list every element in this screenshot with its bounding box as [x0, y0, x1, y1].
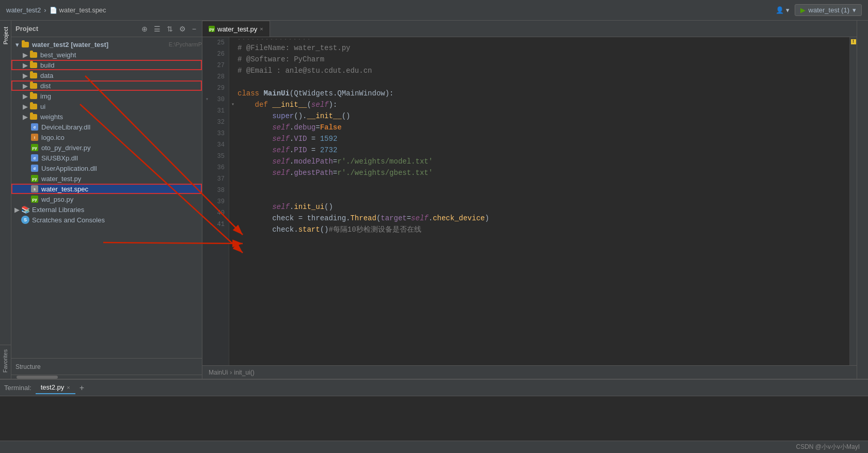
external-libs-arrow: ▶ [13, 206, 21, 214]
warning-mark: ! [851, 39, 856, 44]
tree-item-water-test-py[interactable]: py water_test.py [11, 173, 202, 184]
code-line-39: self.init_ui() [238, 201, 849, 213]
bottom-panel: Terminal: test2.py × + [0, 379, 868, 441]
img-arrow: ▶ [22, 92, 29, 100]
run-config-label: water_test (1) [809, 6, 849, 14]
editor-tab-water-test-py[interactable]: py water_test.py × [202, 21, 270, 37]
weights-label: weights [40, 113, 202, 121]
favorites-tab-label: Favorites [0, 345, 10, 377]
tree-item-weights[interactable]: ▶ weights [11, 111, 202, 122]
tree-item-logo[interactable]: i logo.ico [11, 132, 202, 142]
water-test-spec-label: water_test.spec [41, 185, 202, 193]
best-weight-arrow: ▶ [22, 51, 29, 59]
structure-tab-label: Structure [15, 363, 41, 370]
code-content[interactable]: ················ # @FileName: water_test… [229, 37, 849, 365]
favorites-tab[interactable]: Favorites [0, 345, 11, 378]
tree-item-siusbxp[interactable]: d SiUSBXp.dll [11, 153, 202, 163]
breadcrumb-sep: › [230, 369, 232, 376]
tree-item-wd-pso[interactable]: py wd_pso.py [11, 194, 202, 204]
build-folder-icon [29, 61, 38, 69]
breadcrumb-file: 📄 water_test.spec [50, 6, 106, 14]
spec-file-icon: 📄 [50, 7, 57, 14]
ui-arrow: ▶ [22, 103, 29, 110]
tree-item-oto-py-driver[interactable]: py oto_py_driver.py [11, 142, 202, 153]
siusbxp-file-icon: d [30, 154, 39, 162]
code-line-26: # @Software: PyCharm [238, 54, 849, 65]
breadcrumb-project[interactable]: water_test2 [6, 6, 41, 14]
project-vertical-tab[interactable]: Project [1, 23, 10, 48]
code-line-35: self.modelPath=r'./weights/model.txt' [238, 156, 849, 167]
devicelibrary-file-icon: d [30, 123, 39, 131]
tree-item-dist[interactable]: ▶ dist [11, 80, 202, 91]
scratches-icon: S [21, 216, 30, 224]
data-label: data [40, 72, 202, 79]
right-sidebar [857, 21, 868, 379]
tree-item-userapplication[interactable]: d UserApplication.dll [11, 163, 202, 173]
code-line-37 [238, 179, 849, 190]
terminal-tab-close[interactable]: × [67, 384, 70, 391]
devicelibrary-label: DeviceLibrary.dll [41, 123, 202, 131]
project-title: Project [15, 25, 137, 33]
tree-item-water-test-spec[interactable]: s water_test.spec [11, 184, 202, 194]
terminal-tab-test2[interactable]: test2.py × [36, 381, 75, 394]
code-line-34: self.PID = 2732 [238, 144, 849, 156]
siusbxp-label: SiUSBXp.dll [41, 154, 202, 162]
tree-item-devicelibrary[interactable]: d DeviceLibrary.dll [11, 122, 202, 132]
code-line-41: check.start()#每隔10秒检测设备是否在线 [238, 224, 849, 235]
project-scrollbar-thumb [17, 376, 58, 379]
breadcrumb-sep: › [44, 6, 46, 14]
dist-folder-icon [29, 82, 38, 90]
dist-label: dist [40, 82, 202, 90]
tree-item-build[interactable]: ▶ build [11, 60, 202, 70]
collapse-icon[interactable]: ☰ [152, 24, 162, 34]
user-icon-button[interactable]: 👤 ▾ [776, 6, 790, 14]
project-scrollbar[interactable] [11, 375, 202, 379]
tree-item-external-libs[interactable]: ▶ 📚 External Libraries [11, 204, 202, 215]
run-config-arrow: ▾ [853, 6, 856, 14]
tree-item-scratches[interactable]: ▶ S Scratches and Consoles [11, 215, 202, 225]
oto-label: oto_py_driver.py [41, 144, 202, 152]
scratches-label: Scratches and Consoles [32, 216, 202, 224]
terminal-add-button[interactable]: + [77, 383, 86, 393]
tree-item-best-weight[interactable]: ▶ best_weight [11, 50, 202, 60]
code-line-36: self.gbestPath=r'./weights/gbest.txt' [238, 167, 849, 179]
terminal-label: Terminal: [4, 384, 31, 392]
img-label: img [40, 92, 202, 100]
oto-file-icon: py [30, 143, 39, 152]
expand-icon[interactable]: ⇅ [165, 24, 175, 34]
run-config-icon: ▶ [800, 6, 806, 14]
data-folder-icon [29, 71, 38, 79]
minimize-icon[interactable]: − [191, 24, 198, 34]
tree-root-item[interactable]: ▾ water_test2 [water_test] E:\PycharmP [11, 39, 202, 50]
code-line-38 [238, 190, 849, 201]
tree-item-data[interactable]: ▶ data [11, 70, 202, 80]
editor-tab-close[interactable]: × [260, 26, 263, 32]
wd-pso-label: wd_pso.py [41, 196, 202, 203]
code-line-29: class MainUi(QtWidgets.QMainWindow): [238, 88, 849, 99]
userapplication-label: UserApplication.dll [41, 165, 202, 172]
code-line-31: super().__init__() [238, 110, 849, 122]
tree-item-ui[interactable]: ▶ ui [11, 101, 202, 111]
water-test-py-icon: py [30, 174, 39, 183]
logo-file-icon: i [30, 133, 39, 141]
user-avatar-icon: 👤 [776, 6, 784, 14]
structure-sidebar-tab[interactable]: Structure [11, 358, 202, 375]
settings-icon[interactable]: ⚙ [178, 24, 187, 34]
file-tree: ▾ water_test2 [water_test] E:\PycharmP ▶… [11, 37, 202, 358]
title-bar: water_test2 › 📄 water_test.spec 👤 ▾ ▶ wa… [0, 0, 868, 21]
code-line-32: self.debug=False [238, 122, 849, 133]
breadcrumb-method: init_ui() [234, 369, 254, 376]
water-test-spec-icon: s [30, 185, 39, 193]
weights-arrow: ▶ [22, 113, 29, 121]
img-folder-icon [29, 92, 38, 100]
tree-item-img[interactable]: ▶ img [11, 91, 202, 101]
code-line-25: # @FileName: water_test.py [238, 42, 849, 54]
run-config-button[interactable]: ▶ water_test (1) ▾ [795, 4, 862, 16]
bottom-tabs: Terminal: test2.py × + [0, 380, 868, 396]
weights-folder-icon [29, 112, 38, 121]
breadcrumb-class: MainUi [209, 369, 228, 376]
sync-icon[interactable]: ⊕ [140, 24, 149, 34]
editor-right-gutter: ! [849, 37, 857, 365]
dist-arrow: ▶ [22, 82, 29, 90]
build-label: build [40, 61, 202, 69]
